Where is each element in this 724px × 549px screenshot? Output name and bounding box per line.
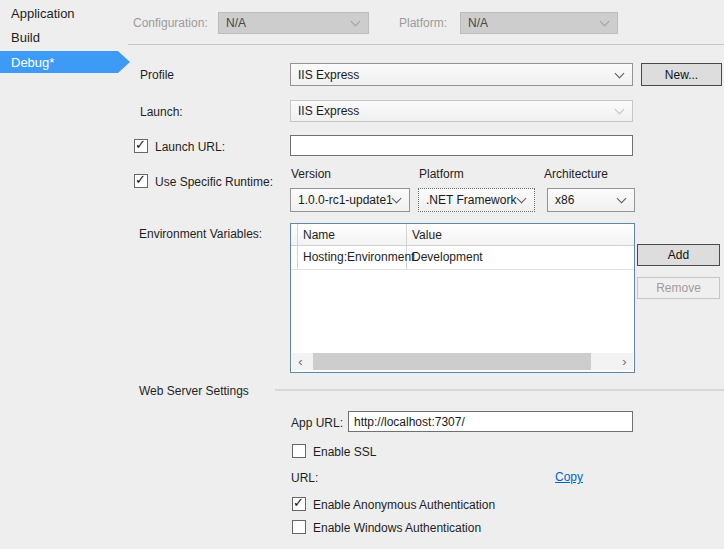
app-url-label: App URL:	[291, 416, 343, 430]
version-dropdown[interactable]: 1.0.0-rc1-update1	[290, 188, 410, 212]
environment-variables-table: Name Value Hosting:Environment Developme…	[290, 223, 635, 373]
column-header-value[interactable]: Value	[412, 228, 442, 242]
launch-url-checkbox[interactable]: ✓	[134, 139, 148, 153]
launch-url-input[interactable]	[290, 135, 633, 156]
selected-tab-arrow-icon	[118, 51, 130, 73]
section-divider	[275, 389, 724, 391]
env-value-cell: Development	[412, 250, 483, 264]
check-icon: ✓	[135, 137, 146, 152]
version-value: 1.0.0-rc1-update1	[298, 193, 393, 207]
runtime-platform-value: .NET Framework	[426, 193, 516, 207]
check-icon: ✓	[293, 495, 304, 510]
use-specific-runtime-checkbox[interactable]: ✓	[134, 174, 148, 188]
launch-dropdown[interactable]: IIS Express	[290, 100, 633, 122]
remove-button[interactable]: Remove	[637, 277, 720, 299]
configuration-label: Configuration:	[133, 16, 208, 30]
url-label: URL:	[291, 471, 318, 485]
sidebar-item-application[interactable]: Application	[11, 6, 75, 21]
configuration-value: N/A	[226, 16, 246, 30]
horizontal-scrollbar[interactable]: ‹ ›	[292, 353, 633, 370]
chevron-down-icon	[351, 17, 361, 27]
row-header-divider	[297, 224, 298, 269]
configuration-dropdown[interactable]: N/A	[218, 12, 369, 34]
row-bottom-border	[291, 269, 634, 270]
environment-variables-label: Environment Variables:	[139, 227, 262, 241]
top-divider	[128, 44, 724, 45]
launch-label: Launch:	[140, 105, 183, 119]
sidebar-item-debug-label: Debug*	[11, 55, 54, 70]
architecture-dropdown[interactable]: x86	[547, 188, 635, 212]
scroll-left-arrow-icon[interactable]: ‹	[292, 353, 309, 370]
platform-top-dropdown[interactable]: N/A	[460, 12, 618, 34]
chevron-down-icon	[615, 105, 625, 115]
enable-anonymous-auth-label: Enable Anonymous Authentication	[313, 498, 495, 512]
enable-windows-auth-checkbox[interactable]	[292, 520, 306, 534]
scroll-right-arrow-icon[interactable]: ›	[616, 353, 633, 370]
version-label: Version	[291, 167, 331, 181]
runtime-platform-label: Platform	[419, 167, 464, 181]
use-specific-runtime-label: Use Specific Runtime:	[155, 175, 273, 189]
runtime-platform-dropdown[interactable]: .NET Framework	[418, 188, 535, 212]
env-name-cell: Hosting:Environment	[303, 250, 414, 264]
enable-anonymous-auth-checkbox[interactable]: ✓	[292, 497, 306, 511]
launch-value: IIS Express	[298, 104, 359, 118]
enable-windows-auth-label: Enable Windows Authentication	[313, 521, 481, 535]
architecture-value: x86	[555, 193, 574, 207]
chevron-down-icon	[600, 17, 610, 27]
new-profile-button[interactable]: New...	[641, 63, 722, 86]
app-url-input[interactable]	[348, 411, 633, 432]
copy-link[interactable]: Copy	[555, 470, 583, 484]
enable-ssl-checkbox[interactable]	[292, 444, 306, 458]
profile-value: IIS Express	[298, 68, 359, 82]
chevron-down-icon	[617, 194, 627, 204]
header-bottom-border	[291, 245, 634, 246]
check-icon: ✓	[135, 172, 146, 187]
web-server-settings-heading: Web Server Settings	[139, 384, 249, 398]
architecture-label: Architecture	[544, 167, 608, 181]
add-button[interactable]: Add	[637, 244, 720, 266]
chevron-down-icon	[517, 194, 527, 204]
enable-ssl-label: Enable SSL	[313, 445, 376, 459]
launch-url-label: Launch URL:	[155, 140, 225, 154]
project-properties-debug-page: Application Build Debug* Configuration: …	[0, 0, 724, 549]
profile-label: Profile	[140, 68, 174, 82]
column-header-name[interactable]: Name	[303, 228, 335, 242]
platform-top-label: Platform:	[399, 16, 447, 30]
platform-top-value: N/A	[468, 16, 488, 30]
table-header-row	[291, 224, 634, 245]
scrollbar-thumb[interactable]	[313, 353, 591, 370]
profile-dropdown[interactable]: IIS Express	[290, 63, 633, 86]
chevron-down-icon	[392, 194, 402, 204]
chevron-down-icon	[615, 68, 625, 78]
sidebar-item-build[interactable]: Build	[11, 30, 40, 45]
